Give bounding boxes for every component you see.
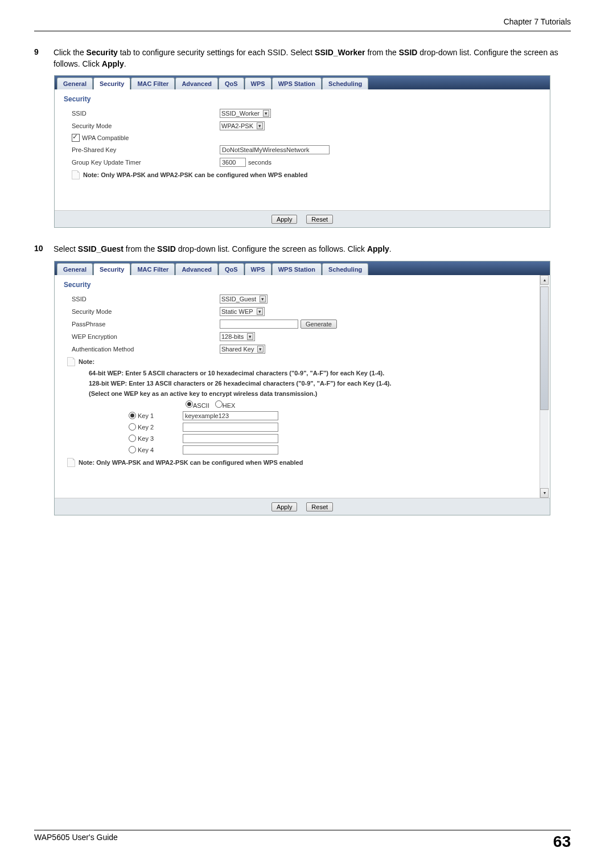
passphrase-label: PassPhrase [72,321,220,327]
scroll-up-icon[interactable]: ▴ [540,275,549,285]
chevron-down-icon: ▾ [257,308,263,315]
tab-qos[interactable]: QoS [219,263,244,275]
passphrase-input[interactable] [220,320,298,329]
tab-advanced[interactable]: Advanced [175,77,218,89]
security-panel-guest: General Security MAC Filter Advanced QoS… [54,261,550,515]
text-bold: Security [87,48,118,57]
ascii-label: ASCII [193,402,209,409]
hex-radio[interactable] [215,400,223,408]
tab-macfilter[interactable]: MAC Filter [131,263,175,275]
key4-input[interactable] [183,445,278,455]
note-line: 64-bit WEP: Enter 5 ASCII characters or … [89,370,536,376]
chevron-down-icon: ▾ [257,346,264,353]
text-bold: SSID [399,48,418,57]
psk-input[interactable]: DoNotStealMyWirelessNetwork [220,145,330,154]
scroll-down-icon[interactable]: ▾ [540,488,549,498]
header-rule [34,31,571,31]
text: Select [53,244,78,253]
chevron-down-icon: ▾ [260,296,266,302]
auth-method-dropdown[interactable]: Shared Key ▾ [220,345,265,354]
ssid-dropdown[interactable]: SSID_Guest ▾ [220,294,267,304]
timer-unit: seconds [248,159,271,166]
key1-radio[interactable] [129,412,136,419]
tab-wps[interactable]: WPS [245,263,271,275]
footer-guide: WAP5605 User's Guide [34,833,118,851]
key3-input[interactable] [183,434,278,443]
timer-input[interactable]: 3600 [220,158,246,167]
tab-security[interactable]: Security [93,77,130,89]
wpa-compatible-checkbox[interactable] [72,134,80,142]
ssid-label: SSID [72,110,220,117]
tab-scheduling[interactable]: Scheduling [322,77,368,89]
text-bold: Apply [102,59,124,68]
key3-radio[interactable] [129,435,136,442]
key1-label: Key 1 [138,412,154,419]
step-9: 9 Click the Security tab to configure se… [34,47,571,69]
page-footer: WAP5605 User's Guide 63 [34,830,571,851]
dropdown-value: Static WEP [221,308,253,315]
security-mode-label: Security Mode [72,308,220,315]
scrollbar[interactable]: ▴ ▾ [540,275,549,498]
security-panel-worker: General Security MAC Filter Advanced QoS… [54,75,550,228]
note-icon [72,170,80,179]
tab-wps[interactable]: WPS [245,77,271,89]
step-text: Click the Security tab to configure secu… [53,47,571,69]
hex-label: HEX [223,402,236,409]
text-bold: SSID_Worker [315,48,365,57]
tab-wpsstation[interactable]: WPS Station [272,77,322,89]
ascii-radio[interactable] [186,400,193,408]
tab-general[interactable]: General [57,263,93,275]
step-number: 9 [34,47,47,69]
tab-security[interactable]: Security [93,263,130,275]
text-bold: Apply [367,244,389,253]
tab-wpsstation[interactable]: WPS Station [272,263,322,275]
timer-label: Group Key Update Timer [72,159,220,166]
key3-label: Key 3 [138,435,154,442]
generate-button[interactable]: Generate [301,320,337,329]
key2-label: Key 2 [138,424,154,431]
text-bold: SSID_Guest [78,244,124,253]
section-heading: Security [64,95,538,103]
key2-input[interactable] [183,423,278,432]
wpa-compatible-label: WPA Compatible [82,134,129,141]
tab-macfilter[interactable]: MAC Filter [131,77,175,89]
dropdown-value: Shared Key [221,346,254,353]
note-icon [67,458,75,467]
dropdown-value: SSID_Guest [221,296,256,302]
tab-scheduling[interactable]: Scheduling [322,263,368,275]
tab-advanced[interactable]: Advanced [175,263,218,275]
key2-radio[interactable] [129,423,136,431]
wep-encryption-dropdown[interactable]: 128-bits ▾ [220,332,255,341]
note-text: Note: Only WPA-PSK and WPA2-PSK can be c… [83,171,307,178]
page-number: 63 [553,833,571,851]
dropdown-value: WPA2-PSK [221,122,253,129]
chevron-down-icon: ▾ [263,110,269,117]
auth-method-label: Authentication Method [72,346,220,353]
text-bold: SSID [157,244,176,253]
security-mode-dropdown[interactable]: Static WEP ▾ [220,307,265,316]
psk-label: Pre-Shared Key [72,146,220,153]
dropdown-value: SSID_Worker [221,110,260,117]
key1-input[interactable]: keyexample123 [183,411,278,420]
panel-body: Security SSID SSID_Worker ▾ Security Mod… [55,89,550,210]
step-number: 10 [34,244,47,255]
apply-button[interactable]: Apply [271,215,298,224]
note-text: Note: Only WPA-PSK and WPA2-PSK can be c… [79,459,303,466]
text: tab to configure security settings for e… [118,48,315,57]
panel-footer: Apply Reset [55,210,550,227]
scroll-thumb[interactable] [540,286,549,410]
step-10: 10 Select SSID_Guest from the SSID drop-… [34,244,571,255]
wep-encryption-label: WEP Encryption [72,333,220,340]
note-line: (Select one WEP key as an active key to … [89,390,536,397]
reset-button[interactable]: Reset [306,215,333,224]
reset-button[interactable]: Reset [306,502,333,511]
key4-radio[interactable] [129,446,136,453]
tab-qos[interactable]: QoS [219,77,244,89]
apply-button[interactable]: Apply [271,502,298,511]
tab-bar: General Security MAC Filter Advanced QoS… [55,261,550,275]
security-mode-dropdown[interactable]: WPA2-PSK ▾ [220,121,265,130]
section-heading: Security [64,281,536,289]
text: drop-down list. Configure the screen as … [176,244,367,253]
tab-general[interactable]: General [57,77,93,89]
ssid-dropdown[interactable]: SSID_Worker ▾ [220,109,271,118]
